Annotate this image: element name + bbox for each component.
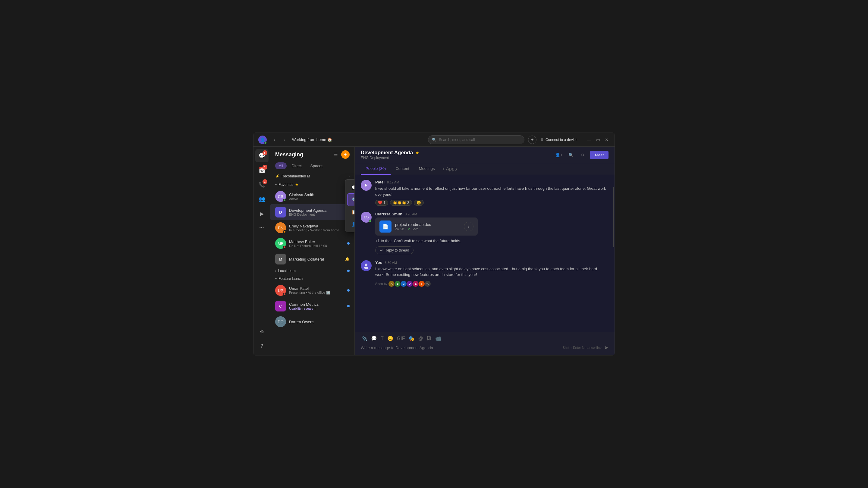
- umar-info: Umar Patel Presenting • At the office 🏢: [289, 286, 344, 295]
- reaction-heart[interactable]: ❤️ 1: [375, 200, 388, 206]
- calendar-badge: 1: [262, 165, 267, 170]
- user-avatar[interactable]: 👤: [258, 135, 267, 144]
- forward-button[interactable]: ›: [280, 135, 288, 144]
- dropdown-create-section[interactable]: 📋 Create a section: [347, 206, 355, 218]
- contact-umar[interactable]: UP Umar Patel Presenting • At the office…: [270, 283, 354, 298]
- message-input-wrapper: Shift + Enter for a new line ➤: [361, 344, 609, 351]
- tab-all[interactable]: All: [275, 162, 287, 169]
- close-button[interactable]: ✕: [604, 137, 610, 143]
- tab-meetings[interactable]: Meetings: [414, 163, 440, 175]
- reaction-clap[interactable]: 👏👏👏 3: [390, 200, 412, 206]
- matthew-status-dot: [283, 246, 286, 249]
- nav-help[interactable]: ?: [255, 339, 269, 353]
- mention-button[interactable]: @: [417, 335, 424, 342]
- app-window: 👤 ‹ › Working from home 🏠 🔍 Search, meet…: [253, 133, 615, 355]
- umar-avatar: UP: [275, 285, 286, 296]
- connect-device-button[interactable]: 🖥 Connect to a device: [540, 138, 578, 142]
- gif-button[interactable]: GIF: [396, 335, 406, 342]
- section-local-team[interactable]: › Local team: [270, 267, 354, 275]
- patel-avatar: P: [361, 180, 372, 191]
- create-space-icon: 🔍: [351, 197, 355, 203]
- emily-status-dot: [283, 230, 286, 233]
- format-button[interactable]: 💬: [370, 335, 378, 342]
- back-button[interactable]: ‹: [270, 135, 279, 144]
- tab-direct[interactable]: Direct: [288, 162, 305, 169]
- reaction-smile[interactable]: 😊: [414, 200, 424, 206]
- compose-button[interactable]: +: [341, 150, 350, 159]
- text-format-button[interactable]: T: [380, 335, 384, 342]
- send-button[interactable]: ➤: [604, 344, 609, 351]
- scroll-track[interactable]: [613, 175, 615, 332]
- matthew-avatar: MB: [275, 238, 286, 249]
- scroll-thumb[interactable]: [613, 187, 614, 247]
- dropdown-create-space[interactable]: 🔍 Create a space: [347, 193, 355, 206]
- messages-area[interactable]: P Patel 8:12 AM k we should all take a m…: [355, 175, 613, 332]
- clarissa-msg-name: Clarissa Smith: [375, 212, 402, 216]
- sidebar: Messaging ☰ + All Direct Spaces ⚡ Recomm…: [270, 147, 355, 355]
- contact-darren[interactable]: DO Darren Owens: [270, 314, 354, 330]
- development-avatar: D: [275, 207, 286, 218]
- chat-title: Development Agenda: [361, 150, 413, 156]
- tab-content[interactable]: Content: [391, 163, 414, 175]
- window-controls: — ▭ ✕: [586, 137, 610, 143]
- darren-info: Darren Owens: [289, 320, 350, 324]
- recommended-row[interactable]: ⚡ Recommended M ›: [270, 172, 354, 181]
- nav-teams[interactable]: 👥: [255, 193, 269, 206]
- tab-apps[interactable]: + Apps: [440, 163, 459, 175]
- nav-more[interactable]: •••: [255, 221, 269, 235]
- nav-calls[interactable]: 📞 1: [255, 178, 269, 191]
- dropdown-explore-spaces[interactable]: 👤 Explore public spaces: [347, 218, 355, 230]
- tab-spaces[interactable]: Spaces: [307, 162, 327, 169]
- search-chat-button[interactable]: 🔍: [566, 150, 576, 160]
- minimize-button[interactable]: —: [586, 137, 592, 143]
- monitor-icon: 🖥: [540, 138, 544, 142]
- tab-people[interactable]: People (30): [361, 163, 391, 175]
- nav-calendar[interactable]: 📅 1: [255, 164, 269, 177]
- patel-time: 8:12 AM: [387, 181, 399, 184]
- development-name: Development Agenda: [289, 208, 350, 213]
- dropdown-send-message[interactable]: 💬 Send a message: [347, 181, 355, 193]
- local-team-badge: [347, 270, 350, 272]
- meet-button[interactable]: Meet: [590, 151, 609, 159]
- search-bar[interactable]: 🔍 Search, meet, and call: [428, 135, 524, 144]
- compose-btn-wrapper: +: [341, 150, 350, 159]
- reply-to-thread-button[interactable]: ↩ Reply to thread: [375, 247, 413, 254]
- matthew-badge: [347, 242, 350, 245]
- contact-matthew[interactable]: MB Matthew Baker Do Not Disturb until 16…: [270, 235, 354, 251]
- download-button[interactable]: ↓: [464, 222, 473, 231]
- nav-settings[interactable]: ⚙: [255, 325, 269, 338]
- new-tab-button[interactable]: +: [528, 135, 536, 144]
- patel-text: k we should all take a moment to reflect…: [375, 186, 607, 197]
- search-icon: 🔍: [432, 138, 436, 142]
- emoji-button[interactable]: 😊: [387, 335, 394, 342]
- you-header: You 8:30 AM: [375, 260, 607, 265]
- image-button[interactable]: 🖼: [426, 335, 432, 342]
- video-button[interactable]: 📹: [435, 335, 442, 342]
- matthew-status: Do Not Disturb until 16:00: [289, 244, 344, 248]
- contact-marketing[interactable]: M Marketing Collateral 🔔: [270, 251, 354, 267]
- maximize-button[interactable]: ▭: [595, 137, 601, 143]
- nav-messaging[interactable]: 💬 5: [255, 149, 269, 162]
- common-avatar: C: [275, 301, 286, 312]
- nav-activity[interactable]: ▶: [255, 207, 269, 220]
- seen-avatars: A B C D E F +2: [389, 280, 431, 287]
- filter-button[interactable]: ☰: [332, 150, 340, 159]
- add-people-button[interactable]: 👤+: [554, 150, 564, 160]
- message-input[interactable]: [361, 346, 560, 350]
- settings-button[interactable]: ⚙: [578, 150, 588, 160]
- development-info: Development Agenda ENG Deployment: [289, 208, 350, 216]
- section-favorites[interactable]: ▾ Favorites ★: [270, 181, 354, 189]
- you-text: I know we're on tight schedules, and eve…: [375, 266, 607, 278]
- contact-common[interactable]: C Common Metrics Usability research: [270, 298, 354, 314]
- clarissa-info: Clarissa Smith Active: [289, 193, 350, 201]
- chat-star-icon: ★: [415, 150, 419, 155]
- main-layout: 💬 5 📅 1 📞 1 👥 ▶ ••• ⚙: [253, 147, 615, 355]
- window-title: Working from home 🏠: [292, 137, 424, 142]
- sticker-button[interactable]: 🎭: [408, 335, 415, 342]
- contact-clarissa[interactable]: CS Clarissa Smith Active: [270, 189, 354, 204]
- settings-icon: ⚙: [259, 328, 264, 335]
- contact-emily[interactable]: EN Emily Nakagawa In a meeting • Working…: [270, 220, 354, 235]
- attach-button[interactable]: 📎: [361, 335, 368, 342]
- contact-development[interactable]: D Development Agenda ENG Deployment: [270, 204, 354, 220]
- section-feature-launch[interactable]: ▾ Feature launch: [270, 275, 354, 283]
